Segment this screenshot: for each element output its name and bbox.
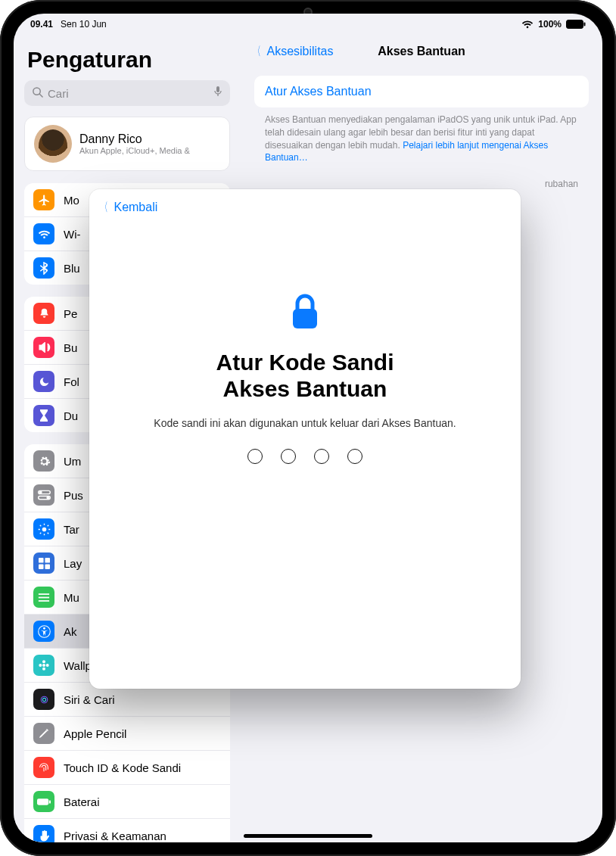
- moon-icon: [33, 371, 54, 392]
- home-indicator[interactable]: [244, 834, 372, 838]
- bell-icon: [33, 303, 54, 324]
- sidebar-item-label: Um: [64, 455, 81, 468]
- modal-heading: Atur Kode Sandi Akses Bantuan: [216, 350, 394, 402]
- svg-rect-21: [39, 564, 44, 569]
- search-field[interactable]: Cari: [24, 80, 230, 106]
- passcode-dot: [281, 449, 296, 464]
- hand-icon: [33, 825, 54, 842]
- setup-assistive-access-link[interactable]: Atur Akses Bantuan: [254, 76, 589, 107]
- sidebar-item-label: Tar: [64, 523, 79, 536]
- svg-point-10: [42, 527, 46, 531]
- pencil-icon: [33, 723, 54, 744]
- account-name: Danny Rico: [79, 132, 190, 146]
- status-date: Sen 10 Jun: [61, 19, 107, 30]
- svg-point-32: [46, 664, 49, 667]
- passcode-dot: [347, 449, 362, 464]
- avatar: [34, 125, 72, 163]
- airplane-icon: [33, 189, 54, 210]
- touchid-icon: [33, 757, 54, 778]
- sun-icon: [33, 518, 54, 540]
- switches-icon: [33, 484, 54, 506]
- svg-rect-20: [45, 558, 50, 563]
- sidebar-item-label: Du: [64, 409, 78, 422]
- sidebar-item[interactable]: Apple Pencil: [24, 717, 230, 751]
- sidebar-item-label: Apple Pencil: [64, 727, 126, 740]
- svg-line-17: [39, 532, 40, 533]
- dictate-icon[interactable]: [213, 86, 222, 101]
- chevron-left-icon: 〈: [101, 200, 108, 216]
- svg-rect-38: [293, 309, 317, 328]
- svg-rect-4: [216, 86, 219, 92]
- svg-line-3: [39, 94, 42, 97]
- detail-navbar: 〈 Aksesibilitas Akses Bantuan: [241, 35, 602, 68]
- sidebar-item-label: Siri & Cari: [64, 693, 115, 706]
- svg-rect-1: [584, 23, 586, 26]
- gear-icon: [33, 450, 54, 472]
- svg-line-18: [47, 524, 48, 525]
- grid-icon: [33, 553, 54, 574]
- wifi-icon: [521, 20, 534, 29]
- passcode-dots[interactable]: [247, 449, 362, 464]
- svg-rect-0: [567, 20, 583, 29]
- detail-title: Akses Bantuan: [378, 45, 465, 58]
- svg-rect-37: [49, 800, 51, 803]
- sidebar-item-label: Blu: [64, 262, 80, 275]
- back-to-accessibility[interactable]: 〈 Aksesibilitas: [251, 44, 333, 60]
- apple-id-row[interactable]: Danny Rico Akun Apple, iCloud+, Media &: [24, 117, 230, 171]
- lock-icon: [288, 292, 322, 335]
- battery-icon: [566, 20, 586, 29]
- status-bar: 09.41 Sen 10 Jun 100%: [14, 14, 602, 35]
- battery-icon: [33, 791, 54, 812]
- sidebar-item-label: Privasi & Keamanan: [64, 830, 166, 842]
- svg-line-15: [39, 524, 40, 525]
- search-icon: [32, 86, 43, 101]
- svg-line-16: [47, 532, 48, 533]
- hourglass-icon: [33, 405, 54, 426]
- sidebar-item-label: Pe: [64, 307, 77, 320]
- svg-point-29: [42, 660, 45, 663]
- modal-subtitle: Kode sandi ini akan digunakan untuk kelu…: [154, 417, 456, 429]
- passcode-dot: [247, 449, 263, 464]
- sidebar-title: Pengaturan: [27, 47, 230, 73]
- sidebar-item-label: Ak: [64, 625, 77, 638]
- status-time: 09.41: [30, 19, 53, 30]
- siri-icon: [33, 689, 54, 710]
- sidebar-item[interactable]: Baterai: [24, 785, 230, 819]
- svg-point-31: [39, 664, 42, 667]
- list-icon: [33, 587, 54, 608]
- passcode-setup-modal: 〈 Kembali Atur Kode Sandi Akses Bantuan …: [89, 189, 521, 689]
- sidebar-item[interactable]: Touch ID & Kode Sandi: [24, 751, 230, 785]
- sidebar-item-label: Mu: [64, 591, 79, 604]
- svg-rect-36: [37, 798, 48, 805]
- wifi-icon: [33, 223, 54, 244]
- sidebar-item-label: Bu: [64, 341, 77, 354]
- flower-icon: [33, 655, 54, 676]
- account-subtitle: Akun Apple, iCloud+, Media &: [79, 146, 190, 155]
- sidebar-item-label: Touch ID & Kode Sandi: [64, 761, 181, 774]
- svg-point-30: [42, 668, 45, 671]
- bluetooth-icon: [33, 257, 54, 279]
- svg-rect-22: [45, 564, 50, 569]
- status-left: 09.41 Sen 10 Jun: [30, 19, 107, 30]
- sidebar-item-label: Fol: [64, 375, 79, 388]
- speaker-icon: [33, 337, 54, 358]
- sidebar-item-label: Baterai: [64, 795, 100, 808]
- assistive-access-description: Akses Bantuan menyediakan pengalaman iPa…: [254, 107, 589, 164]
- svg-point-7: [39, 491, 42, 493]
- sidebar-item-label: Mo: [64, 194, 79, 207]
- sidebar-item-label: Wi-: [64, 228, 81, 241]
- accessibility-icon: [33, 621, 54, 642]
- sidebar-item[interactable]: Privasi & Keamanan: [24, 819, 230, 842]
- passcode-dot: [314, 449, 329, 464]
- svg-point-28: [42, 664, 45, 667]
- svg-point-27: [43, 627, 45, 629]
- sidebar-item-label: Pus: [64, 489, 83, 502]
- svg-rect-19: [39, 558, 44, 563]
- battery-percent: 100%: [538, 19, 562, 30]
- search-placeholder: Cari: [48, 87, 213, 100]
- chevron-left-icon: 〈: [254, 44, 261, 60]
- svg-point-9: [47, 496, 49, 499]
- truncated-text: rubahan: [254, 164, 589, 191]
- svg-point-33: [38, 693, 50, 705]
- modal-back-button[interactable]: 〈 Kembali: [98, 200, 157, 216]
